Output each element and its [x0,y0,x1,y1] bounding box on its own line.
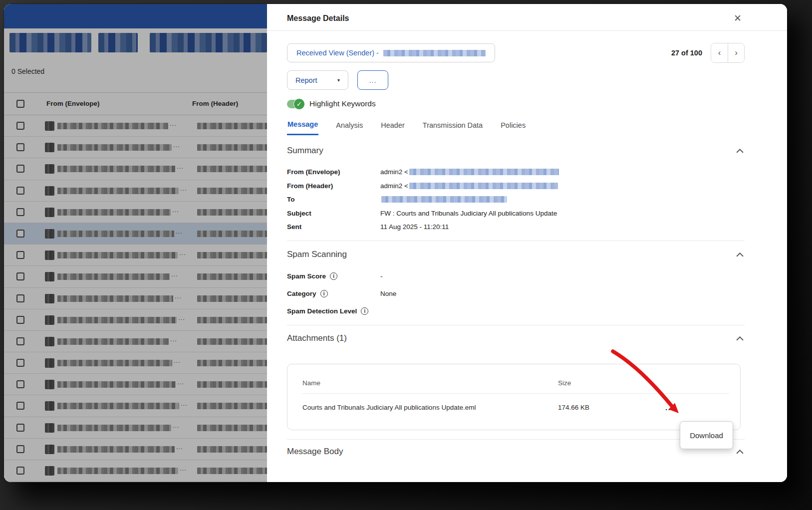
next-message-button[interactable]: › [728,43,744,62]
message-body-collapse-button[interactable] [735,448,745,456]
tab-policies[interactable]: Policies [500,120,526,135]
page-title: Message Details [287,14,349,23]
field-row-from-envelope: From (Envelope) admin2 < [287,168,745,176]
received-view-label: Received View (Sender) - [296,49,379,57]
panel-titlebar: Message Details ✕ [267,4,787,31]
summary-collapse-button[interactable] [735,147,745,155]
message-body-section-heading: Message Body [287,447,343,457]
more-actions-button[interactable]: ... [357,70,388,90]
field-value: admin2 < [380,168,559,176]
attachments-card: Name Size Courts and Tribunals Judiciary… [287,364,741,430]
section-divider [287,325,745,325]
section-divider [287,439,745,440]
field-value: FW : Courts and Tribunals Judiciary All … [380,210,557,217]
chevron-left-icon: ‹ [718,48,721,58]
details-tabs: Message Analysis Header Transmission Dat… [287,120,745,135]
redacted-text [409,169,559,175]
modal-scrim [4,4,267,482]
previous-message-button[interactable]: ‹ [711,43,728,62]
attachment-column-size: Size [558,379,571,387]
report-label: Report [295,76,317,84]
check-icon: ✓ [296,100,302,108]
info-icon[interactable]: i [320,290,328,297]
pagination-label: 27 of 100 [671,49,702,57]
highlight-keywords-toggle[interactable]: ✓ [287,100,303,108]
tab-transmission-data[interactable]: Transmission Data [422,120,483,135]
attachment-name: Courts and Tribunals Judiciary All publi… [302,404,558,411]
field-row-to: To [287,196,745,203]
field-row-sent: Sent 11 Aug 2025 - 11:20:11 [287,223,745,231]
redacted-text [409,183,558,189]
close-icon: ✕ [734,13,742,23]
highlight-keywords-label: Highlight Keywords [309,99,376,108]
field-label: Subject [287,210,380,217]
chevron-up-icon [736,149,744,153]
field-row-category: Category i None [287,290,745,297]
report-dropdown-button[interactable]: Report ▾ [287,70,348,90]
ellipsis-icon: ... [665,403,674,412]
received-view-button[interactable]: Received View (Sender) - [287,43,495,62]
redacted-sender-address [383,50,486,56]
spam-scanning-section-heading: Spam Scanning [287,250,347,259]
attachments-collapse-button[interactable] [735,334,745,343]
spam-collapse-button[interactable] [735,251,745,259]
panel-content: Received View (Sender) - 27 of 100 ‹ › [287,43,745,457]
section-divider [287,241,745,241]
tab-analysis[interactable]: Analysis [335,120,363,135]
summary-section-heading: Summary [287,146,323,156]
field-label: Sent [287,223,380,231]
redacted-text [381,196,507,203]
close-button[interactable]: ✕ [731,11,745,25]
chevron-up-icon [736,336,744,341]
desktop-background: 0 Selected From (Envelope) From (Header)… [0,0,812,510]
field-label: To [287,196,380,203]
field-row-spam-detection-level: Spam Detection Level i [287,307,745,315]
attachments-section-heading: Attachments (1) [287,333,347,343]
message-details-panel: Message Details ✕ Received View (Sender)… [267,4,787,482]
toggle-knob: ✓ [293,98,305,110]
app-window: 0 Selected From (Envelope) From (Header)… [4,4,787,482]
chevron-right-icon: › [735,48,738,58]
field-row-subject: Subject FW : Courts and Tribunals Judici… [287,210,745,217]
attachment-table-divider [302,393,729,394]
attachment-row: Courts and Tribunals Judiciary All publi… [302,404,740,411]
field-value: admin2 < [380,182,558,190]
field-row-from-header: From (Header) admin2 < [287,182,745,190]
tab-message[interactable]: Message [287,120,318,135]
info-icon[interactable]: i [361,307,368,315]
attachment-context-menu: Download [680,421,733,449]
field-label: From (Envelope) [287,168,380,176]
chevron-up-icon [736,253,744,257]
field-row-spam-score: Spam Score i - [287,272,745,280]
attachment-menu-button[interactable]: ... [665,406,674,410]
field-label: From (Header) [287,182,380,190]
chevron-up-icon [736,450,744,454]
caret-down-icon: ▾ [337,77,340,83]
message-pager: 27 of 100 ‹ › [671,43,745,63]
field-value: 11 Aug 2025 - 11:20:11 [380,223,449,231]
field-value [380,196,507,203]
message-list-panel: 0 Selected From (Envelope) From (Header)… [4,4,267,482]
attachment-column-name: Name [302,379,558,387]
tab-header[interactable]: Header [380,120,405,135]
attachment-size: 174.66 KB [558,404,665,411]
download-menu-item[interactable]: Download [690,431,723,440]
info-icon[interactable]: i [330,272,337,280]
